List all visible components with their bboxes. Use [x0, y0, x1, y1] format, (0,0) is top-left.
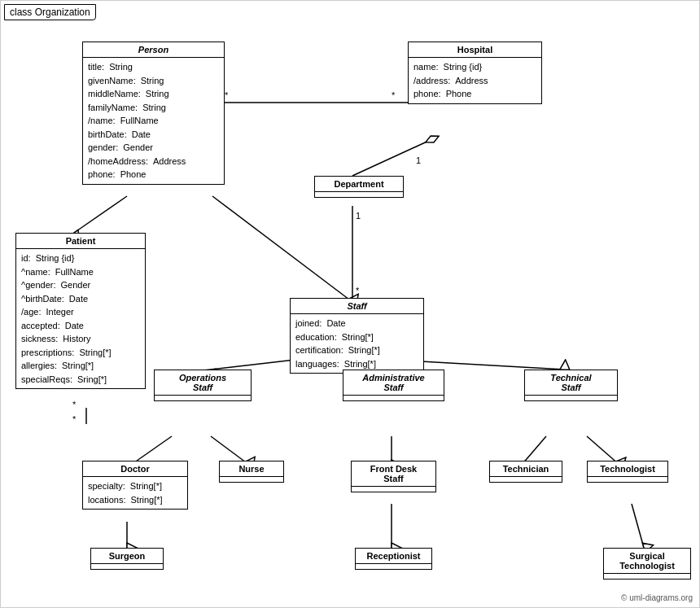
person-class: Person title:String givenName:String mid…: [82, 42, 225, 185]
svg-text:1: 1: [356, 211, 361, 221]
svg-text:*: *: [72, 400, 77, 409]
diagram-container: class Organization: [0, 0, 700, 608]
doctor-class: Doctor specialty:String[*] locations:Str…: [82, 461, 188, 510]
patient-attrs: id:String {id} ^name:FullName ^gender:Ge…: [16, 249, 145, 388]
administrative-staff-title: AdministrativeStaff: [343, 370, 444, 396]
svg-line-3: [74, 196, 127, 233]
department-attrs: [315, 192, 403, 197]
copyright: © uml-diagrams.org: [621, 593, 693, 602]
technologist-title: Technologist: [588, 461, 667, 477]
patient-title: Patient: [16, 234, 145, 249]
technician-class: Technician: [489, 461, 562, 483]
operations-staff-class: OperationsStaff: [154, 370, 252, 401]
svg-line-4: [212, 196, 352, 302]
technical-staff-class: TechnicalStaff: [524, 370, 618, 401]
receptionist-title: Receptionist: [356, 549, 431, 564]
technologist-class: Technologist: [587, 461, 668, 483]
technical-staff-title: TechnicalStaff: [525, 370, 617, 396]
staff-class: Staff joined:Date education:String[*] ce…: [290, 298, 424, 374]
surgeon-title: Surgeon: [91, 549, 163, 564]
svg-text:*: *: [356, 286, 360, 295]
staff-title: Staff: [291, 299, 423, 314]
svg-line-14: [211, 359, 302, 370]
hospital-class: Hospital name:String {id} /address:Addre…: [408, 42, 542, 104]
surgeon-class: Surgeon: [90, 548, 164, 570]
hospital-attrs: name:String {id} /address:Address phone:…: [409, 58, 541, 103]
svg-line-5: [352, 139, 432, 176]
doctor-title: Doctor: [83, 461, 187, 477]
staff-attrs: joined:Date education:String[*] certific…: [291, 314, 423, 373]
surgical-technologist-title: SurgicalTechnologist: [604, 549, 690, 574]
surgical-technologist-class: SurgicalTechnologist: [603, 548, 691, 580]
receptionist-class: Receptionist: [355, 548, 432, 570]
diagram-title: class Organization: [4, 4, 96, 20]
patient-class: Patient id:String {id} ^name:FullName ^g…: [15, 233, 146, 389]
front-desk-staff-title: Front DeskStaff: [352, 461, 435, 487]
doctor-attrs: specialty:String[*] locations:String[*]: [83, 477, 187, 509]
department-title: Department: [315, 177, 403, 192]
administrative-staff-class: AdministrativeStaff: [343, 370, 444, 401]
svg-line-24: [632, 504, 644, 548]
svg-text:*: *: [225, 90, 229, 100]
svg-text:1: 1: [416, 155, 421, 165]
person-title: Person: [83, 42, 224, 58]
nurse-title: Nurse: [220, 461, 283, 477]
person-attrs: title:String givenName:String middleName…: [83, 58, 224, 184]
front-desk-staff-class: Front DeskStaff: [351, 461, 436, 492]
technician-title: Technician: [490, 461, 562, 477]
department-class: Department: [314, 176, 404, 198]
hospital-title: Hospital: [409, 42, 541, 58]
svg-text:*: *: [392, 90, 396, 100]
operations-staff-title: OperationsStaff: [155, 370, 251, 396]
nurse-class: Nurse: [219, 461, 284, 483]
svg-text:*: *: [72, 414, 77, 424]
